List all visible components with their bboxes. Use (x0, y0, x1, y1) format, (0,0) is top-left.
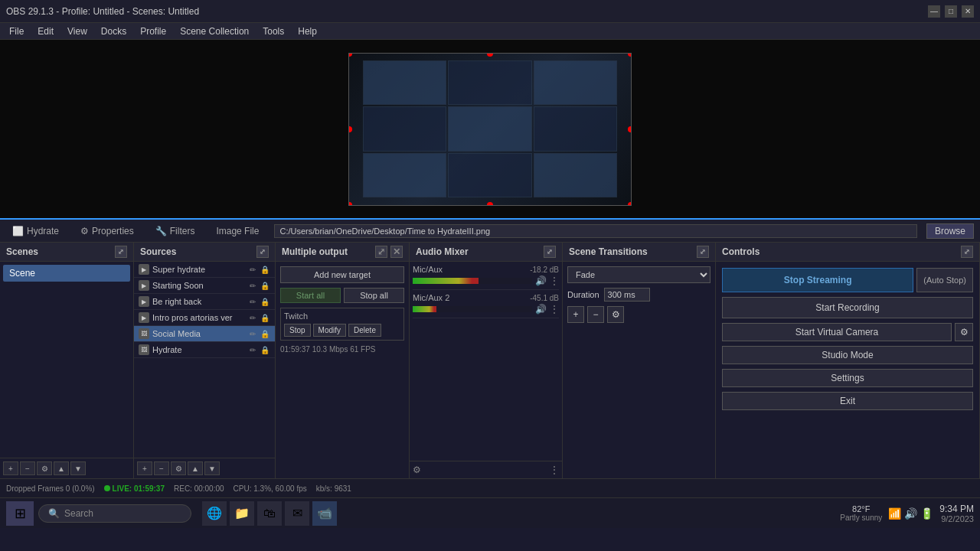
add-target-button[interactable]: Add new target (280, 266, 404, 283)
menu-view[interactable]: View (61, 24, 93, 38)
handle-top-right[interactable] (628, 53, 632, 57)
tray-volume-icon[interactable]: 🔊 (904, 507, 917, 520)
twitch-stop-button[interactable]: Stop (284, 324, 311, 337)
menu-edit[interactable]: Edit (31, 24, 60, 38)
studio-mode-button[interactable]: Studio Mode (722, 346, 973, 364)
transition-buttons-row: + − ⚙ (567, 306, 710, 323)
audio-more-icon[interactable]: ⋮ (550, 465, 559, 475)
start-virtual-camera-button[interactable]: Start Virtual Camera (722, 323, 952, 341)
handle-mid-right[interactable] (628, 126, 632, 132)
source-remove-button[interactable]: − (154, 461, 169, 475)
audio-vol-icon-2[interactable]: 🔊 (535, 304, 547, 315)
twitch-modify-button[interactable]: Modify (313, 324, 346, 337)
source-lock-btn-6[interactable]: 🔒 (260, 344, 270, 355)
exit-button[interactable]: Exit (722, 392, 973, 410)
stop-streaming-button[interactable]: Stop Streaming (722, 268, 913, 292)
taskbar-app-mail[interactable]: ✉ (285, 501, 309, 526)
source-item-be-right-back[interactable]: ▶ Be right back ✏ 🔒 (134, 294, 275, 310)
duration-input[interactable] (604, 288, 650, 302)
menu-bar: File Edit View Docks Profile Scene Colle… (0, 23, 980, 40)
file-path-input[interactable] (274, 224, 917, 238)
taskbar-search[interactable]: 🔍 Search (38, 504, 191, 523)
start-recording-button[interactable]: Start Recording (722, 297, 973, 318)
source-lock-btn-3[interactable]: 🔒 (260, 296, 270, 307)
taskbar-clock[interactable]: 9:34 PM 9/2/2023 (939, 504, 974, 523)
menu-tools[interactable]: Tools (256, 24, 290, 38)
source-settings-button[interactable]: ⚙ (171, 461, 186, 475)
transition-remove-button[interactable]: − (587, 306, 604, 323)
minimize-button[interactable]: — (928, 5, 940, 18)
taskbar-app-files[interactable]: 📁 (230, 501, 254, 526)
start-button[interactable]: ⊞ (6, 501, 34, 526)
menu-profile[interactable]: Profile (134, 24, 172, 38)
source-item-intro[interactable]: ▶ Intro pros artorias ver ✏ 🔒 (134, 310, 275, 326)
clock-date: 9/2/2023 (939, 514, 974, 523)
filters-tab[interactable]: 🔧 Filters (149, 223, 201, 239)
transition-type-select[interactable]: Fade Cut Swipe Slide (567, 266, 710, 283)
live-status: LIVE: 01:59:37 (104, 484, 165, 493)
source-add-button[interactable]: + (137, 461, 152, 475)
scene-item[interactable]: Scene (3, 265, 130, 282)
start-all-button[interactable]: Start all (280, 288, 341, 303)
auto-stop-button[interactable]: (Auto Stop) (916, 268, 973, 292)
source-name-6: Hydrate (152, 345, 244, 354)
transitions-expand-icon[interactable]: ⤢ (697, 246, 709, 258)
source-up-button[interactable]: ▲ (188, 461, 203, 475)
virtual-camera-settings-button[interactable]: ⚙ (955, 323, 973, 341)
taskbar-app-store[interactable]: 🛍 (257, 501, 282, 526)
transition-add-button[interactable]: + (567, 306, 584, 323)
scene-up-button[interactable]: ▲ (54, 461, 69, 475)
audio-expand-icon[interactable]: ⤢ (544, 246, 556, 258)
settings-button[interactable]: Settings (722, 369, 973, 387)
properties-tab[interactable]: ⚙ Properties (74, 223, 140, 239)
source-lock-btn-4[interactable]: 🔒 (260, 312, 270, 323)
audio-vol-icon-1[interactable]: 🔊 (535, 276, 547, 286)
source-item-social-media[interactable]: 🖼 Social Media ✏ 🔒 (134, 326, 275, 342)
source-item-super-hydrate[interactable]: ▶ Super hydrate ✏ 🔒 (134, 262, 275, 278)
menu-file[interactable]: File (3, 24, 30, 38)
source-down-button[interactable]: ▼ (204, 461, 220, 475)
scene-down-button[interactable]: ▼ (70, 461, 86, 475)
source-edit-btn[interactable]: ✏ (247, 264, 258, 275)
cpu-label: CPU: 1.3%, 60.00 fps (234, 484, 307, 493)
maximize-button[interactable]: □ (945, 5, 957, 18)
scenes-expand-icon[interactable]: ⤢ (115, 246, 127, 258)
source-edit-btn-6[interactable]: ✏ (247, 344, 258, 355)
tray-network-icon[interactable]: 📶 (888, 507, 901, 520)
handle-bottom-right[interactable] (628, 202, 632, 206)
twitch-delete-button[interactable]: Delete (348, 324, 381, 337)
source-lock-btn[interactable]: 🔒 (260, 264, 270, 275)
taskbar-app-edge[interactable]: 🌐 (202, 501, 227, 526)
menu-docks[interactable]: Docks (95, 24, 132, 38)
transition-settings-button[interactable]: ⚙ (607, 306, 624, 323)
audio-options-icon-1[interactable]: ⋮ (550, 276, 559, 286)
browse-button[interactable]: Browse (926, 223, 974, 239)
menu-help[interactable]: Help (292, 24, 323, 38)
source-edit-btn-3[interactable]: ✏ (247, 296, 258, 307)
scene-remove-button[interactable]: − (20, 461, 35, 475)
taskbar-app-obs[interactable]: 📹 (312, 501, 337, 526)
source-item-hydrate[interactable]: 🖼 Hydrate ✏ 🔒 (134, 342, 275, 358)
handle-bottom-center[interactable] (487, 202, 493, 206)
scene-filter-button[interactable]: ⚙ (37, 461, 52, 475)
close-button[interactable]: ✕ (962, 5, 974, 18)
source-edit-btn-5[interactable]: ✏ (247, 328, 258, 339)
controls-expand-icon[interactable]: ⤢ (961, 246, 973, 258)
menu-scene-collection[interactable]: Scene Collection (174, 24, 255, 38)
source-edit-btn-4[interactable]: ✏ (247, 312, 258, 323)
source-lock-btn-5[interactable]: 🔒 (260, 328, 270, 339)
scenes-panel: Scenes ⤢ Scene + − ⚙ ▲ ▼ (0, 243, 134, 478)
audio-options-icon-2[interactable]: ⋮ (550, 304, 559, 315)
multiout-close-icon[interactable]: ✕ (390, 246, 403, 258)
scenes-tab[interactable]: ⬜ Hydrate (6, 223, 65, 239)
multiout-expand-icon[interactable]: ⤢ (375, 246, 387, 258)
tray-battery-icon[interactable]: 🔋 (920, 507, 933, 520)
sources-expand-icon[interactable]: ⤢ (256, 246, 269, 258)
preview-canvas[interactable] (348, 53, 632, 206)
audio-settings-icon[interactable]: ⚙ (413, 465, 421, 475)
stop-all-button[interactable]: Stop all (344, 288, 404, 303)
scene-add-button[interactable]: + (3, 461, 18, 475)
source-item-starting-soon[interactable]: ▶ Starting Soon ✏ 🔒 (134, 278, 275, 294)
source-lock-btn-2[interactable]: 🔒 (260, 280, 270, 291)
source-edit-btn-2[interactable]: ✏ (247, 280, 258, 291)
